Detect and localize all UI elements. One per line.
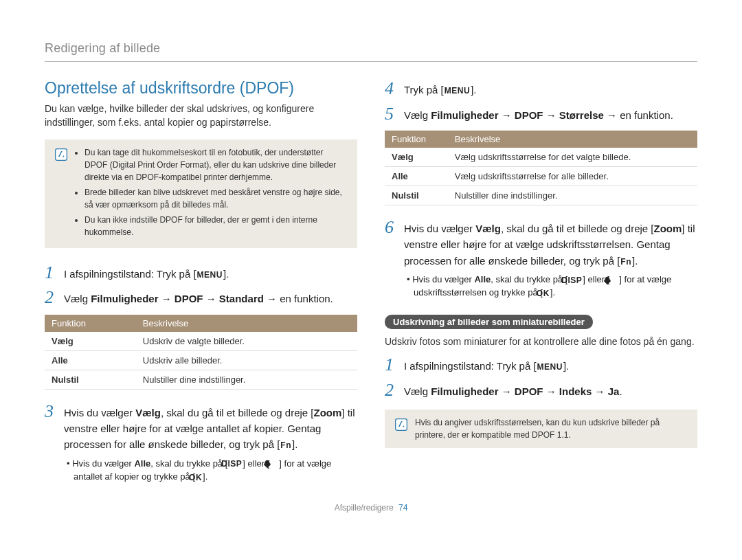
table-row: Nulstil Nulstiller dine indstillinger.: [45, 370, 357, 389]
macro-icon: [609, 276, 619, 285]
options-table-right: Funktion Beskrivelse Vælg Vælg udskrifts…: [385, 131, 697, 205]
note-text: Hvis du angiver udskriftsstørrelsen, kan…: [415, 418, 660, 440]
table-row: Vælg Udskriv de valgte billeder.: [45, 332, 357, 351]
breadcrumb: Redigering af billede: [45, 41, 697, 62]
note-icon: [394, 418, 408, 432]
note-box-2: Hvis du angiver udskriftsstørrelsen, kan…: [385, 410, 697, 448]
section-heading: Oprettelse af udskriftsordre (DPOF): [45, 79, 357, 98]
page-footer: Afspille/redigere 74: [45, 503, 697, 513]
step-number: 3: [45, 402, 57, 422]
step-number: 5: [385, 104, 397, 124]
step-1: 1 I afspilningstilstand: Tryk på [MENU].: [45, 263, 357, 283]
menu-button-label: MENU: [537, 363, 563, 371]
note-item: Du kan ikke indstille DPOF for billeder,…: [85, 214, 348, 238]
table-row: Nulstil Nulstiller dine indstillinger.: [385, 186, 697, 205]
table-header: Beskrivelse: [448, 131, 697, 148]
note-item: Brede billeder kan blive udskrevet med b…: [85, 186, 348, 211]
table-header: Beskrivelse: [136, 315, 357, 332]
step-number: 1: [45, 263, 57, 283]
fn-button-label: Fn: [620, 258, 632, 266]
step-number: 6: [385, 218, 397, 238]
table-row: Alle Vælg udskriftsstørrelse for alle bi…: [385, 167, 697, 186]
right-step-1: 1 I afspilningstilstand: Tryk på [MENU].: [385, 355, 697, 375]
svg-rect-2: [396, 419, 407, 431]
footer-section: Afspille/redigere: [335, 503, 394, 513]
step-3-sub: • Hvis du vælger Alle, skal du trykke på…: [64, 457, 357, 484]
step-number: 2: [385, 381, 397, 401]
fn-button-label: Fn: [280, 441, 292, 449]
options-table-left: Funktion Beskrivelse Vælg Udskriv de val…: [45, 315, 357, 390]
note-box: Du kan tage dit hukommelseskort til en f…: [45, 139, 357, 248]
menu-button-label: MENU: [196, 271, 223, 279]
step-4: 4 Tryk på [MENU].: [385, 79, 697, 99]
intro-paragraph: Du kan vælge, hvilke billeder der skal u…: [45, 102, 357, 130]
note-item: Du kan tage dit hukommelseskort til en f…: [85, 146, 348, 183]
subsection-pill: Udskrivning af billeder som miniaturebil…: [385, 315, 593, 329]
pill-paragraph: Udskriv fotos som miniaturer for at kont…: [385, 335, 697, 348]
step-number: 1: [385, 355, 397, 375]
step-6: 6 Hvis du vælger Vælg, skal du gå til et…: [385, 218, 697, 300]
disp-button-label: DISP: [567, 276, 583, 284]
ok-button-label: OK: [195, 473, 203, 482]
table-header: Funktion: [385, 131, 448, 148]
table-header: Funktion: [45, 315, 136, 332]
right-step-2: 2 Vælg Filmuligheder → DPOF → Indeks → J…: [385, 381, 697, 401]
left-column: Oprettelse af udskriftsordre (DPOF) Du k…: [45, 79, 357, 489]
ok-button-label: OK: [543, 289, 550, 298]
step-number: 2: [45, 288, 57, 308]
svg-rect-0: [56, 148, 67, 160]
note-icon: [54, 148, 68, 161]
step-5: 5 Vælg Filmuligheder → DPOF → Størrelse …: [385, 104, 697, 124]
step-6-sub: • Hvis du vælger Alle, skal du trykke på…: [404, 273, 697, 300]
page-number: 74: [398, 503, 407, 513]
right-column: 4 Tryk på [MENU]. 5 Vælg Filmuligheder →…: [385, 79, 697, 489]
disp-button-label: DISP: [227, 460, 243, 468]
macro-icon: [269, 459, 279, 469]
step-3: 3 Hvis du vælger Vælg, skal du gå til et…: [45, 402, 357, 484]
svg-point-3: [403, 426, 404, 427]
step-2: 2 Vælg Filmuligheder → DPOF → Standard →…: [45, 288, 357, 308]
menu-button-label: MENU: [444, 87, 471, 95]
table-row: Alle Udskriv alle billeder.: [45, 350, 357, 370]
step-number: 4: [385, 79, 397, 99]
table-row: Vælg Vælg udskriftsstørrelse for det val…: [385, 148, 697, 167]
svg-point-1: [63, 155, 64, 157]
